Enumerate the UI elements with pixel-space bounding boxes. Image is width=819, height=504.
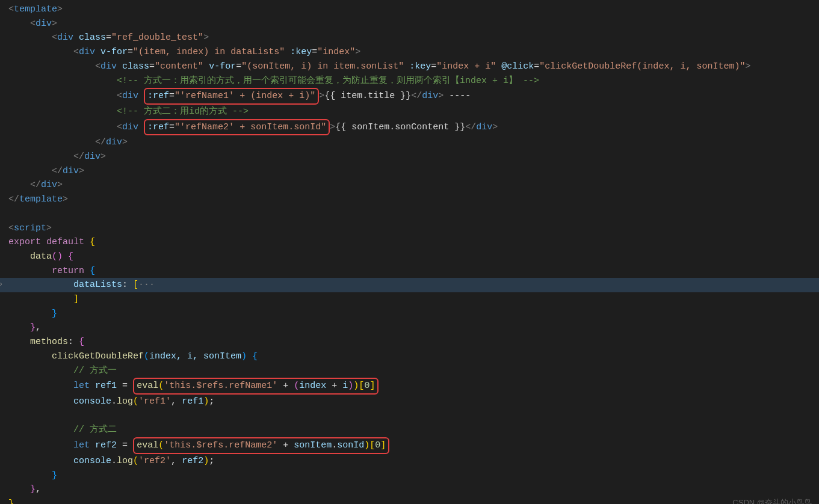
code-line: <div> bbox=[0, 17, 819, 31]
code-line: ] bbox=[0, 292, 819, 307]
fold-indicator[interactable]: ··· bbox=[138, 280, 155, 290]
code-line: console.log('ref1', ref1); bbox=[0, 395, 819, 409]
code-line: let ref1 = eval('this.$refs.refName1' + … bbox=[0, 378, 819, 395]
code-line: return { bbox=[0, 264, 819, 278]
code-editor[interactable]: <template> <div> <div class="ref_double_… bbox=[0, 2, 819, 504]
code-line: </template> bbox=[0, 192, 819, 207]
code-line-active: › dataLists: [··· bbox=[0, 278, 819, 292]
code-line: </div> bbox=[0, 164, 819, 179]
fold-chevron-icon[interactable]: › bbox=[0, 278, 3, 292]
code-line: <script> bbox=[0, 221, 819, 236]
code-line: // 方式一 bbox=[0, 364, 819, 378]
watermark: CSDN @奋斗的小鸟鸟 bbox=[732, 496, 812, 504]
code-line: methods: { bbox=[0, 335, 819, 349]
code-line: <div v-for="(item, index) in dataLists" … bbox=[0, 45, 819, 60]
code-line: </div> bbox=[0, 135, 819, 150]
code-line: <div :ref=:ref="'refName2' + sonItem.son… bbox=[0, 119, 819, 136]
code-line: data() { bbox=[0, 250, 819, 264]
code-line: <div class="content" v-for="(sonItem, i)… bbox=[0, 60, 819, 74]
highlight-box-ref2: :ref=:ref="'refName2' + sonItem.sonId""'… bbox=[144, 119, 330, 136]
code-line: }, bbox=[0, 482, 819, 497]
code-line: } bbox=[0, 469, 819, 483]
code-line: </div> bbox=[0, 150, 819, 164]
code-line: }, bbox=[0, 321, 819, 335]
code-line: clickGetDoubleRef(index, i, sonItem) { bbox=[0, 349, 819, 364]
code-line: <template> bbox=[0, 2, 819, 17]
highlight-box-eval1: eval('this.$refs.refName1' + (index + i)… bbox=[133, 378, 379, 395]
code-line: let ref2 = eval('this.$refs.refName2' + … bbox=[0, 437, 819, 454]
code-line-empty bbox=[0, 207, 819, 221]
code-line: <!-- 方式一：用索引的方式，用一个索引可能会重复，为防止重复，则用两个索引【… bbox=[0, 74, 819, 88]
code-line: <div :ref=:ref="'refName1' + (index + i)… bbox=[0, 88, 819, 105]
highlight-box-eval2: eval('this.$refs.refName2' + sonItem.son… bbox=[133, 437, 389, 454]
code-line: // 方式二 bbox=[0, 423, 819, 437]
code-line: } bbox=[0, 307, 819, 321]
code-line: } bbox=[0, 497, 819, 504]
code-line: <!-- 方式二：用id的方式 --> bbox=[0, 105, 819, 119]
code-line: <div class="ref_double_test"> bbox=[0, 31, 819, 45]
highlight-box-ref1: :ref=:ref="'refName1' + (index + i)""'re… bbox=[144, 88, 319, 105]
code-line: </div> bbox=[0, 178, 819, 192]
code-line: export default { bbox=[0, 235, 819, 250]
code-line: console.log('ref2', ref2); bbox=[0, 454, 819, 469]
code-line-empty bbox=[0, 409, 819, 423]
